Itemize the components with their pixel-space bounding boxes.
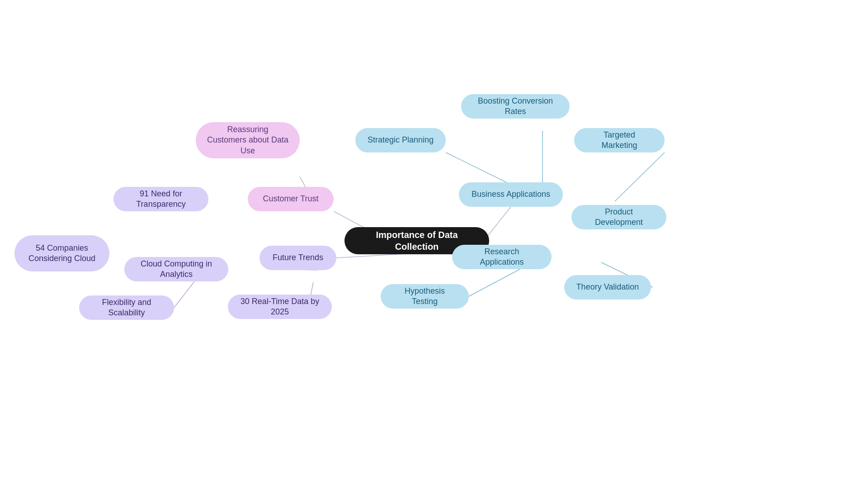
business-applications-node: Business Applications <box>459 182 563 207</box>
boosting-conversion-node: Boosting Conversion Rates <box>461 94 570 119</box>
hypothesis-testing-node: Hypothesis Testing <box>381 284 469 309</box>
svg-line-6 <box>174 281 194 308</box>
research-applications-node: Research Applications <box>452 245 552 269</box>
real-time-data-node: 30 Real-Time Data by 2025 <box>228 295 332 319</box>
future-trends-node: Future Trends <box>259 246 336 270</box>
theory-validation-node: Theory Validation <box>564 275 651 300</box>
customer-trust-node: Customer Trust <box>248 187 334 211</box>
mindmap-canvas: Importance of Data Collection Customer T… <box>0 0 868 490</box>
flexibility-node: Flexibility and Scalability <box>79 295 174 320</box>
strategic-planning-node: Strategic Planning <box>355 128 446 152</box>
svg-line-11 <box>615 152 665 201</box>
reassuring-node: Reassuring Customers about Data Use <box>196 122 300 158</box>
svg-line-14 <box>469 269 520 296</box>
transparency-node: 91 Need for Transparency <box>113 187 208 211</box>
companies-cloud-node: 54 Companies Considering Cloud <box>14 235 109 271</box>
cloud-computing-node: Cloud Computing in Analytics <box>124 257 228 281</box>
product-development-node: Product Development <box>571 205 666 229</box>
svg-line-8 <box>485 207 511 240</box>
targeted-marketing-node: Targeted Marketing <box>574 128 665 152</box>
